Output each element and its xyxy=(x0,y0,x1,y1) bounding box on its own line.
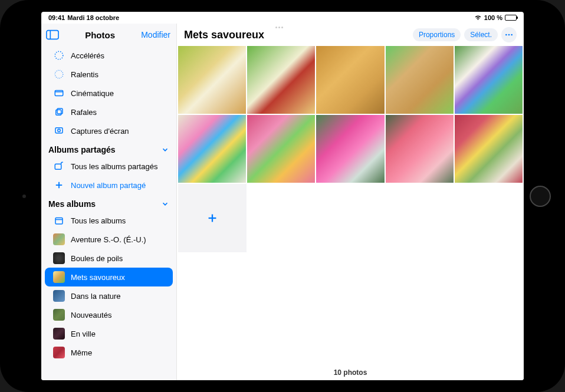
photo-thumb[interactable] xyxy=(247,46,315,114)
sidebar-item-bursts[interactable]: Rafales xyxy=(45,103,173,121)
sidebar-item-all-albums[interactable]: Tous les albums xyxy=(45,211,173,230)
sidebar-item-new-shared[interactable]: Nouvel album partagé xyxy=(45,176,173,195)
camera-dot xyxy=(22,195,26,198)
sidebar-item-screenshots[interactable]: Captures d'écran xyxy=(45,121,173,140)
album-title: Mets savoureux xyxy=(184,29,264,41)
svg-point-16 xyxy=(508,34,510,36)
select-button[interactable]: Sélect. xyxy=(464,28,498,41)
album-thumb xyxy=(53,328,65,340)
sidebar-item-label: Dans la nature xyxy=(71,292,121,301)
photo-thumb[interactable] xyxy=(316,115,384,183)
photo-count: 10 photos xyxy=(177,365,524,380)
battery-percent: 100 % xyxy=(484,14,502,21)
sidebar-toggle-icon[interactable] xyxy=(46,29,59,40)
main-content: Mets savoureux Proportions Sélect. xyxy=(177,24,524,380)
photo-thumb[interactable] xyxy=(247,115,315,183)
album-thumb xyxy=(53,309,65,321)
screen: 09:41 Mardi 18 octobre 100 % Photos Modi… xyxy=(41,12,524,380)
sidebar-item-label: Aventure S.-O. (É.-U.) xyxy=(71,235,146,244)
sidebar-item-timelapse[interactable]: Accélérés xyxy=(45,46,173,65)
status-time: 09:41 xyxy=(48,14,65,21)
svg-rect-8 xyxy=(55,128,63,133)
photo-thumb[interactable] xyxy=(455,115,523,183)
album-thumb xyxy=(53,233,65,245)
chevron-down-icon xyxy=(161,200,169,208)
sidebar-album-aventure[interactable]: Aventure S.-O. (É.-U.) xyxy=(45,230,173,249)
sidebar-item-label: Tous les albums xyxy=(71,216,126,225)
sidebar-item-cinematic[interactable]: Cinématique xyxy=(45,84,173,103)
sidebar-item-label: Tous les albums partagés xyxy=(71,162,157,171)
sidebar-item-label: Rafales xyxy=(71,108,97,117)
sidebar-item-label: Boules de poils xyxy=(71,254,123,263)
sidebar-item-label: En ville xyxy=(71,330,96,338)
svg-point-17 xyxy=(511,34,513,36)
photo-thumb[interactable] xyxy=(178,46,246,114)
sidebar-item-label: Cinématique xyxy=(71,89,114,98)
photo-thumb[interactable] xyxy=(455,46,523,114)
chevron-down-icon xyxy=(161,146,169,154)
section-label: Mes albums xyxy=(48,199,96,209)
screenshots-icon xyxy=(53,125,65,137)
timelapse-icon xyxy=(53,50,65,61)
album-thumb xyxy=(53,290,65,302)
sidebar-title: Photos xyxy=(85,30,115,40)
bursts-icon xyxy=(53,106,65,118)
photo-thumb[interactable] xyxy=(386,46,454,114)
svg-point-15 xyxy=(505,34,507,36)
svg-rect-7 xyxy=(57,108,63,114)
sidebar-item-label: Captures d'écran xyxy=(71,127,129,136)
aspect-button[interactable]: Proportions xyxy=(413,28,461,41)
photo-thumb[interactable] xyxy=(316,46,384,114)
plus-icon xyxy=(206,212,219,225)
home-button[interactable] xyxy=(530,186,551,207)
edit-button[interactable]: Modifier xyxy=(141,30,170,39)
sidebar: Photos Modifier Accélérés Ralentis Ciném… xyxy=(41,24,177,380)
album-thumb xyxy=(53,271,65,283)
sidebar-item-label: Accélérés xyxy=(71,51,104,60)
album-thumb xyxy=(53,252,65,264)
battery-icon xyxy=(505,15,517,21)
svg-point-2 xyxy=(55,51,63,60)
status-bar: 09:41 Mardi 18 octobre 100 % xyxy=(41,12,524,24)
albums-icon xyxy=(53,215,65,226)
sidebar-album-mets[interactable]: Mets savoureux xyxy=(45,268,173,286)
add-photo-button[interactable] xyxy=(178,184,247,252)
svg-rect-13 xyxy=(55,218,63,225)
sidebar-item-label: Ralentis xyxy=(71,70,98,79)
wifi-icon xyxy=(474,15,482,21)
photo-grid xyxy=(177,46,524,183)
multitasking-handle[interactable] xyxy=(275,27,290,29)
status-date: Mardi 18 octobre xyxy=(67,14,119,21)
svg-rect-6 xyxy=(56,110,61,115)
sidebar-album-ville[interactable]: En ville xyxy=(45,324,173,343)
sidebar-item-label: Nouveautés xyxy=(71,311,111,319)
shared-albums-icon xyxy=(53,160,65,172)
sidebar-item-label: Nouvel album partagé xyxy=(71,181,146,190)
section-shared-albums[interactable]: Albums partagés xyxy=(41,140,176,157)
photo-thumb[interactable] xyxy=(386,115,454,183)
sidebar-album-nature[interactable]: Dans la nature xyxy=(45,286,173,305)
sidebar-album-meme[interactable]: Même xyxy=(45,343,173,362)
sidebar-item-slowmo[interactable]: Ralentis xyxy=(45,65,173,84)
sidebar-item-label: Même xyxy=(71,348,92,357)
ellipsis-icon xyxy=(504,30,514,39)
svg-rect-4 xyxy=(55,91,63,96)
ipad-frame: 09:41 Mardi 18 octobre 100 % Photos Modi… xyxy=(0,0,565,392)
sidebar-item-all-shared[interactable]: Tous les albums partagés xyxy=(45,157,173,176)
sidebar-item-label: Mets savoureux xyxy=(71,273,125,282)
slowmo-icon xyxy=(53,68,65,80)
photo-thumb[interactable] xyxy=(178,115,246,183)
section-my-albums[interactable]: Mes albums xyxy=(41,195,176,211)
svg-rect-0 xyxy=(47,31,58,39)
sidebar-album-nouveautes[interactable]: Nouveautés xyxy=(45,305,173,324)
album-thumb xyxy=(53,347,65,358)
more-button[interactable] xyxy=(501,27,517,42)
plus-icon xyxy=(53,179,65,191)
section-label: Albums partagés xyxy=(48,145,116,154)
svg-rect-10 xyxy=(55,164,61,169)
cinematic-icon xyxy=(53,87,65,99)
svg-point-3 xyxy=(55,70,63,78)
sidebar-album-boules[interactable]: Boules de poils xyxy=(45,249,173,268)
svg-point-9 xyxy=(58,129,61,132)
